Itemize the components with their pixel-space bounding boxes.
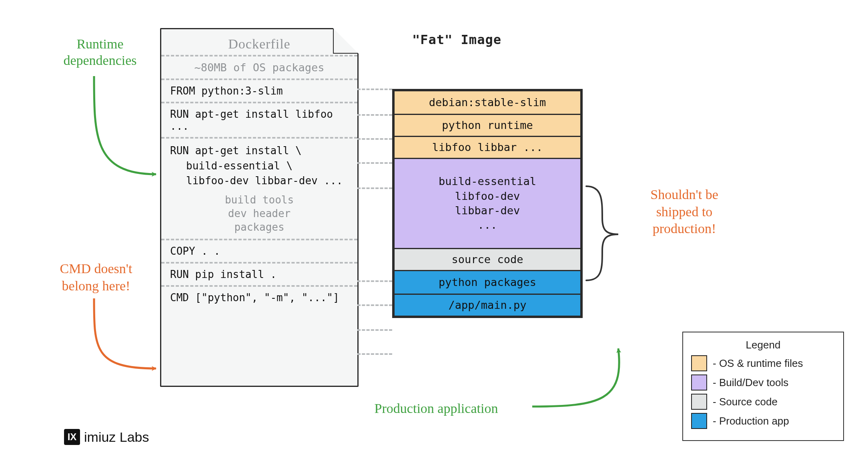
annotation-production-app: Production application bbox=[344, 401, 528, 417]
legend-label: - Build/Dev tools bbox=[713, 376, 788, 389]
dockerfile-line-apt-libfoo: RUN apt-get install libfoo ... bbox=[161, 103, 357, 137]
connector-dash bbox=[357, 329, 392, 331]
connector-dash bbox=[357, 280, 392, 282]
layer-libfoo: libfoo libbar ... bbox=[393, 137, 581, 159]
legend-label: - Production app bbox=[713, 415, 789, 427]
dockerfile-panel: Dockerfile ~80MB of OS packages FROM pyt… bbox=[160, 28, 359, 387]
connector-dash bbox=[357, 138, 392, 140]
arrow-production-app bbox=[532, 348, 619, 407]
connector-dash bbox=[357, 353, 392, 355]
fat-image-title: "Fat" Image bbox=[412, 32, 501, 47]
dockerfile-build-comment-3: packages bbox=[161, 221, 357, 234]
layer-source-code: source code bbox=[393, 249, 581, 271]
connector-dash bbox=[357, 114, 392, 116]
layer-app-main: /app/main.py bbox=[393, 295, 581, 317]
legend-title: Legend bbox=[691, 339, 835, 351]
brand-logo-icon: IX bbox=[64, 429, 80, 445]
dockerfile-line-apt-build: RUN apt-get install \ build-essential \ … bbox=[161, 139, 357, 193]
connector-dash bbox=[357, 89, 392, 90]
annotation-shouldnt-ship: Shouldn't be shipped to production! bbox=[632, 186, 736, 238]
legend-item: - Production app bbox=[691, 413, 835, 429]
dockerfile-line-apt-build-1: RUN apt-get install \ bbox=[170, 143, 349, 159]
layer-debian: debian:stable-slim bbox=[393, 90, 581, 115]
connector-dash bbox=[357, 304, 392, 306]
brace-shouldnt-ship bbox=[586, 186, 618, 280]
os-packages-note: ~80MB of OS packages bbox=[161, 56, 357, 79]
legend-label: - OS & runtime files bbox=[713, 357, 803, 370]
dockerfile-title: Dockerfile bbox=[161, 29, 357, 55]
brand-iximiuz-labs: IX imiuz Labs bbox=[64, 429, 149, 445]
legend-swatch bbox=[691, 413, 707, 429]
arrow-cmd-warning bbox=[94, 298, 156, 368]
legend-label: - Source code bbox=[713, 396, 778, 408]
dockerfile-build-comment-1: build tools bbox=[161, 193, 357, 207]
dockerfile-line-apt-build-3: libfoo-dev libbar-dev ... bbox=[170, 173, 349, 189]
dockerfile-line-apt-build-2: build-essential \ bbox=[170, 159, 349, 174]
layer-python-packages: python packages bbox=[393, 271, 581, 295]
connector-dash bbox=[357, 187, 392, 189]
legend-swatch bbox=[691, 394, 707, 410]
dockerfile-line-copy: COPY . . bbox=[161, 240, 357, 262]
legend-item: - Source code bbox=[691, 394, 835, 410]
arrow-runtime-deps bbox=[94, 76, 156, 174]
connector-dash bbox=[357, 162, 392, 164]
legend-item: - OS & runtime files bbox=[691, 355, 835, 371]
dockerfile-line-cmd: CMD ["python", "-m", "..."] bbox=[161, 287, 357, 308]
legend-swatch bbox=[691, 374, 707, 391]
annotation-runtime-deps: Runtime dependencies bbox=[48, 36, 152, 69]
dockerfile-line-pip: RUN pip install . bbox=[161, 264, 357, 285]
dockerfile-build-comment: build tools dev header packages bbox=[161, 193, 357, 239]
annotation-cmd-warning: CMD doesn't belong here! bbox=[44, 260, 148, 294]
legend-panel: Legend - OS & runtime files - Build/Dev … bbox=[682, 332, 844, 441]
dockerfile-build-comment-2: dev header bbox=[161, 207, 357, 221]
legend-swatch bbox=[691, 355, 707, 371]
layer-python-runtime: python runtime bbox=[393, 115, 581, 137]
dockerfile-line-from: FROM python:3-slim bbox=[161, 80, 357, 102]
dog-ear-icon bbox=[333, 28, 359, 54]
brand-text: imiuz Labs bbox=[84, 429, 149, 445]
layer-build-tools: build-essential libfoo-dev libbar-dev ..… bbox=[393, 159, 581, 249]
fat-image-stack: debian:stable-slim python runtime libfoo… bbox=[392, 89, 583, 318]
legend-item: - Build/Dev tools bbox=[691, 374, 835, 391]
